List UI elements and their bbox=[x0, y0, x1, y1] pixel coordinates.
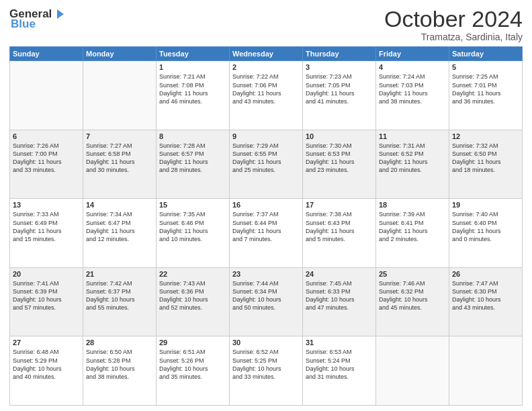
day-number: 1 bbox=[159, 63, 226, 71]
cell-info: Sunrise: 7:27 AM Sunset: 6:58 PM Dayligh… bbox=[86, 142, 153, 175]
cell-info: Sunrise: 7:42 AM Sunset: 6:37 PM Dayligh… bbox=[86, 279, 153, 312]
logo: General Blue bbox=[9, 7, 66, 31]
cell-info: Sunrise: 7:46 AM Sunset: 6:32 PM Dayligh… bbox=[379, 279, 446, 312]
day-number: 3 bbox=[306, 63, 373, 71]
day-number: 29 bbox=[159, 338, 226, 347]
table-row: 20Sunrise: 7:41 AM Sunset: 6:39 PM Dayli… bbox=[10, 267, 83, 336]
table-row: 26Sunrise: 7:47 AM Sunset: 6:30 PM Dayli… bbox=[449, 267, 523, 336]
calendar-week-4: 20Sunrise: 7:41 AM Sunset: 6:39 PM Dayli… bbox=[10, 267, 523, 336]
header-row: Sunday Monday Tuesday Wednesday Thursday… bbox=[10, 47, 523, 61]
cell-info: Sunrise: 7:41 AM Sunset: 6:39 PM Dayligh… bbox=[13, 279, 80, 312]
table-row: 19Sunrise: 7:40 AM Sunset: 6:40 PM Dayli… bbox=[449, 199, 523, 268]
table-row: 8Sunrise: 7:28 AM Sunset: 6:57 PM Daylig… bbox=[157, 130, 230, 199]
cell-info: Sunrise: 7:39 AM Sunset: 6:41 PM Dayligh… bbox=[379, 210, 446, 243]
day-number: 28 bbox=[86, 338, 153, 347]
table-row: 7Sunrise: 7:27 AM Sunset: 6:58 PM Daylig… bbox=[83, 130, 157, 199]
day-number: 7 bbox=[86, 132, 153, 140]
day-number: 9 bbox=[232, 132, 300, 140]
day-number: 30 bbox=[232, 338, 300, 347]
svg-marker-0 bbox=[57, 9, 64, 19]
table-row: 11Sunrise: 7:31 AM Sunset: 6:52 PM Dayli… bbox=[376, 130, 449, 199]
day-number: 23 bbox=[232, 270, 300, 278]
col-thursday: Thursday bbox=[303, 47, 376, 61]
cell-info: Sunrise: 7:26 AM Sunset: 7:00 PM Dayligh… bbox=[13, 142, 80, 175]
cell-info: Sunrise: 7:38 AM Sunset: 6:43 PM Dayligh… bbox=[306, 210, 373, 243]
day-number: 31 bbox=[306, 338, 373, 347]
cell-info: Sunrise: 7:32 AM Sunset: 6:50 PM Dayligh… bbox=[452, 142, 519, 175]
table-row: 25Sunrise: 7:46 AM Sunset: 6:32 PM Dayli… bbox=[376, 267, 449, 336]
cell-info: Sunrise: 7:31 AM Sunset: 6:52 PM Dayligh… bbox=[379, 142, 446, 175]
cell-info: Sunrise: 6:53 AM Sunset: 5:24 PM Dayligh… bbox=[306, 348, 373, 381]
cell-info: Sunrise: 7:47 AM Sunset: 6:30 PM Dayligh… bbox=[452, 279, 519, 312]
cell-info: Sunrise: 7:21 AM Sunset: 7:08 PM Dayligh… bbox=[159, 73, 226, 105]
table-row: 31Sunrise: 6:53 AM Sunset: 5:24 PM Dayli… bbox=[303, 336, 376, 406]
col-friday: Friday bbox=[376, 47, 449, 61]
day-number: 20 bbox=[13, 270, 80, 278]
month-title: October 2024 bbox=[384, 7, 523, 32]
table-row: 29Sunrise: 6:51 AM Sunset: 5:26 PM Dayli… bbox=[157, 336, 230, 406]
table-row: 21Sunrise: 7:42 AM Sunset: 6:37 PM Dayli… bbox=[83, 267, 157, 336]
table-row: 14Sunrise: 7:34 AM Sunset: 6:47 PM Dayli… bbox=[83, 199, 157, 268]
table-row bbox=[83, 61, 157, 130]
cell-info: Sunrise: 6:51 AM Sunset: 5:26 PM Dayligh… bbox=[159, 348, 226, 381]
cell-info: Sunrise: 7:24 AM Sunset: 7:03 PM Dayligh… bbox=[379, 73, 446, 105]
header: General Blue October 2024 Tramatza, Sard… bbox=[9, 7, 523, 42]
cell-info: Sunrise: 7:22 AM Sunset: 7:06 PM Dayligh… bbox=[232, 73, 300, 105]
day-number: 14 bbox=[86, 201, 153, 209]
day-number: 24 bbox=[306, 270, 373, 278]
table-row: 17Sunrise: 7:38 AM Sunset: 6:43 PM Dayli… bbox=[303, 199, 376, 268]
cell-info: Sunrise: 6:52 AM Sunset: 5:25 PM Dayligh… bbox=[232, 348, 300, 381]
day-number: 8 bbox=[159, 132, 226, 140]
day-number: 18 bbox=[379, 201, 446, 209]
cell-info: Sunrise: 7:29 AM Sunset: 6:55 PM Dayligh… bbox=[232, 142, 300, 175]
cell-info: Sunrise: 7:23 AM Sunset: 7:05 PM Dayligh… bbox=[306, 73, 373, 105]
calendar-week-1: 1Sunrise: 7:21 AM Sunset: 7:08 PM Daylig… bbox=[10, 61, 523, 130]
day-number: 4 bbox=[379, 63, 446, 71]
table-row bbox=[10, 61, 83, 130]
table-row: 24Sunrise: 7:45 AM Sunset: 6:33 PM Dayli… bbox=[303, 267, 376, 336]
calendar-table: Sunday Monday Tuesday Wednesday Thursday… bbox=[9, 46, 523, 406]
cell-info: Sunrise: 7:34 AM Sunset: 6:47 PM Dayligh… bbox=[86, 210, 153, 243]
day-number: 10 bbox=[306, 132, 373, 140]
day-number: 15 bbox=[159, 201, 226, 209]
day-number: 5 bbox=[452, 63, 519, 71]
day-number: 19 bbox=[452, 201, 519, 209]
day-number: 21 bbox=[86, 270, 153, 278]
table-row: 2Sunrise: 7:22 AM Sunset: 7:06 PM Daylig… bbox=[230, 61, 303, 130]
col-wednesday: Wednesday bbox=[230, 47, 303, 61]
day-number: 26 bbox=[452, 270, 519, 278]
col-tuesday: Tuesday bbox=[157, 47, 230, 61]
day-number: 27 bbox=[13, 338, 80, 347]
table-row: 5Sunrise: 7:25 AM Sunset: 7:01 PM Daylig… bbox=[449, 61, 523, 130]
col-monday: Monday bbox=[83, 47, 157, 61]
table-row bbox=[449, 336, 523, 406]
table-row: 28Sunrise: 6:50 AM Sunset: 5:28 PM Dayli… bbox=[83, 336, 157, 406]
title-block: October 2024 Tramatza, Sardinia, Italy bbox=[384, 7, 523, 42]
table-row: 9Sunrise: 7:29 AM Sunset: 6:55 PM Daylig… bbox=[230, 130, 303, 199]
day-number: 22 bbox=[159, 270, 226, 278]
logo-icon bbox=[52, 7, 66, 21]
day-number: 17 bbox=[306, 201, 373, 209]
cell-info: Sunrise: 6:48 AM Sunset: 5:29 PM Dayligh… bbox=[13, 348, 80, 381]
cell-info: Sunrise: 7:30 AM Sunset: 6:53 PM Dayligh… bbox=[306, 142, 373, 175]
day-number: 2 bbox=[232, 63, 300, 71]
col-saturday: Saturday bbox=[449, 47, 523, 61]
cell-info: Sunrise: 6:50 AM Sunset: 5:28 PM Dayligh… bbox=[86, 348, 153, 381]
calendar-week-2: 6Sunrise: 7:26 AM Sunset: 7:00 PM Daylig… bbox=[10, 130, 523, 199]
cell-info: Sunrise: 7:33 AM Sunset: 6:49 PM Dayligh… bbox=[13, 210, 80, 243]
day-number: 11 bbox=[379, 132, 446, 140]
day-number: 13 bbox=[13, 201, 80, 209]
cell-info: Sunrise: 7:35 AM Sunset: 6:46 PM Dayligh… bbox=[159, 210, 226, 243]
cell-info: Sunrise: 7:25 AM Sunset: 7:01 PM Dayligh… bbox=[452, 73, 519, 105]
day-number: 12 bbox=[452, 132, 519, 140]
table-row: 12Sunrise: 7:32 AM Sunset: 6:50 PM Dayli… bbox=[449, 130, 523, 199]
cell-info: Sunrise: 7:28 AM Sunset: 6:57 PM Dayligh… bbox=[159, 142, 226, 175]
table-row: 15Sunrise: 7:35 AM Sunset: 6:46 PM Dayli… bbox=[157, 199, 230, 268]
cell-info: Sunrise: 7:43 AM Sunset: 6:36 PM Dayligh… bbox=[159, 279, 226, 312]
cell-info: Sunrise: 7:44 AM Sunset: 6:34 PM Dayligh… bbox=[232, 279, 300, 312]
table-row: 10Sunrise: 7:30 AM Sunset: 6:53 PM Dayli… bbox=[303, 130, 376, 199]
cell-info: Sunrise: 7:37 AM Sunset: 6:44 PM Dayligh… bbox=[232, 210, 300, 243]
logo-blue: Blue bbox=[11, 17, 36, 31]
cell-info: Sunrise: 7:40 AM Sunset: 6:40 PM Dayligh… bbox=[452, 210, 519, 243]
table-row: 27Sunrise: 6:48 AM Sunset: 5:29 PM Dayli… bbox=[10, 336, 83, 406]
